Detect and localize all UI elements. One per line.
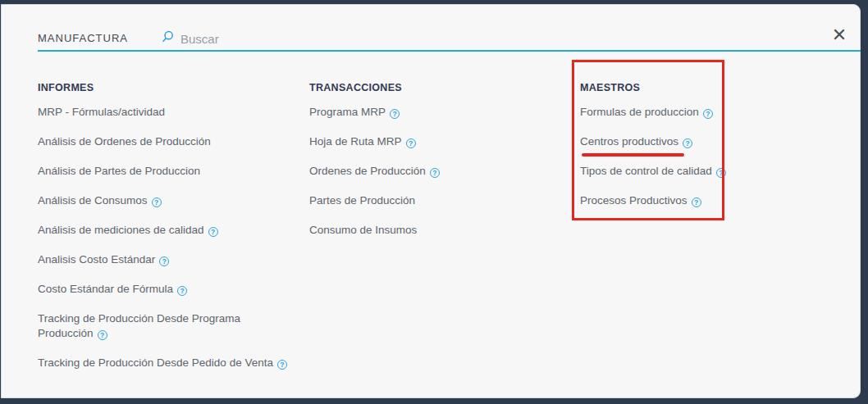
menu-item[interactable]: Programa MRP? (309, 105, 555, 120)
menu-item-label: Tracking de Producción Desde Pedido de V… (38, 356, 273, 369)
menu-item[interactable]: Costo Estándar de Fórmula? (38, 282, 302, 297)
menu-column-informes: INFORMES MRP - Fórmulas/actividadAnálisi… (38, 80, 302, 385)
menu-item-label: Consumo de Insumos (309, 224, 417, 236)
menu-item[interactable]: Analisis Costo Estándar? (38, 252, 302, 267)
menu-item[interactable]: Tipos de control de calidad? (580, 164, 752, 179)
search-icon (162, 30, 174, 43)
menu-item[interactable]: Análisis de Partes de Produccion (38, 164, 302, 179)
menu-item-label: Ordenes de Producción (309, 165, 426, 177)
menu-item[interactable]: Procesos Productivos? (580, 193, 752, 208)
help-icon[interactable]: ? (430, 168, 440, 178)
help-icon[interactable]: ? (177, 286, 187, 296)
close-icon[interactable]: ✕ (827, 23, 852, 48)
help-icon[interactable]: ? (390, 109, 400, 119)
menu-item[interactable]: Tracking de Producción Desde Programa Pr… (38, 311, 286, 341)
menu-column-transacciones: TRANSACCIONES Programa MRP?Hoja de Ruta … (309, 80, 555, 252)
header-underline (38, 50, 861, 52)
menu-list-maestros: Formulas de produccion?Centros productiv… (580, 105, 752, 208)
menu-item[interactable]: Análisis de Ordenes de Producción (38, 134, 302, 149)
menu-item[interactable]: Ordenes de Producción? (309, 164, 555, 179)
menu-item-label: Programa MRP (309, 106, 386, 118)
help-icon[interactable]: ? (277, 360, 287, 370)
help-icon[interactable]: ? (683, 138, 692, 148)
menu-item-label: MRP - Fórmulas/actividad (38, 106, 165, 118)
menu-item[interactable]: Análisis de Consumos? (38, 193, 302, 208)
menu-column-maestros: MAESTROS Formulas de produccion?Centros … (580, 80, 752, 223)
menu-list-transacciones: Programa MRP?Hoja de Ruta MRP?Ordenes de… (309, 105, 555, 238)
menu-item-label: Analisis Costo Estándar (38, 253, 155, 266)
help-icon[interactable]: ? (98, 330, 107, 340)
column-header-maestros: MAESTROS (580, 80, 752, 95)
help-icon[interactable]: ? (152, 197, 162, 207)
menu-item[interactable]: Partes de Producción (309, 193, 555, 208)
menu-item-label: Costo Estándar de Fórmula (38, 283, 173, 295)
menu-item-label: Análisis de mediciones de calidad (38, 224, 204, 236)
page-title: MANUFACTURA (38, 32, 128, 44)
menu-item[interactable]: Centros productivos? (580, 134, 752, 149)
menu-item-label: Análisis de Ordenes de Producción (38, 135, 211, 148)
menu-item-label: Análisis de Consumos (38, 194, 148, 207)
menu-list-informes: MRP - Fórmulas/actividadAnálisis de Orde… (38, 105, 302, 370)
menu-item-label: Partes de Producción (309, 194, 415, 207)
menu-item-label: Formulas de produccion (580, 106, 699, 118)
column-header-informes: INFORMES (38, 80, 302, 95)
menu-item[interactable]: Formulas de produccion? (580, 105, 752, 120)
menu-item-label: Centros productivos (580, 135, 678, 148)
menu-item-label: Tipos de control de calidad (580, 165, 712, 177)
help-icon[interactable]: ? (692, 197, 701, 207)
menu-item-label: Análisis de Partes de Produccion (38, 165, 200, 177)
help-icon[interactable]: ? (406, 138, 416, 148)
column-header-transacciones: TRANSACCIONES (309, 80, 555, 95)
menu-item[interactable]: Tracking de Producción Desde Pedido de V… (38, 356, 302, 370)
menu-item-label: Hoja de Ruta MRP (309, 135, 402, 148)
menu-item-label: Tracking de Producción Desde Programa Pr… (38, 312, 240, 339)
search-input[interactable] (179, 28, 642, 49)
menu-item[interactable]: Hoja de Ruta MRP? (309, 134, 555, 149)
menu-item[interactable]: Consumo de Insumos (309, 223, 555, 238)
help-icon[interactable]: ? (703, 109, 713, 119)
help-icon[interactable]: ? (159, 256, 169, 266)
help-icon[interactable]: ? (716, 168, 726, 178)
menu-item[interactable]: Análisis de mediciones de calidad? (38, 223, 302, 238)
help-icon[interactable]: ? (208, 227, 218, 237)
menu-item-label: Procesos Productivos (580, 194, 688, 207)
menu-item[interactable]: MRP - Fórmulas/actividad (38, 105, 302, 120)
